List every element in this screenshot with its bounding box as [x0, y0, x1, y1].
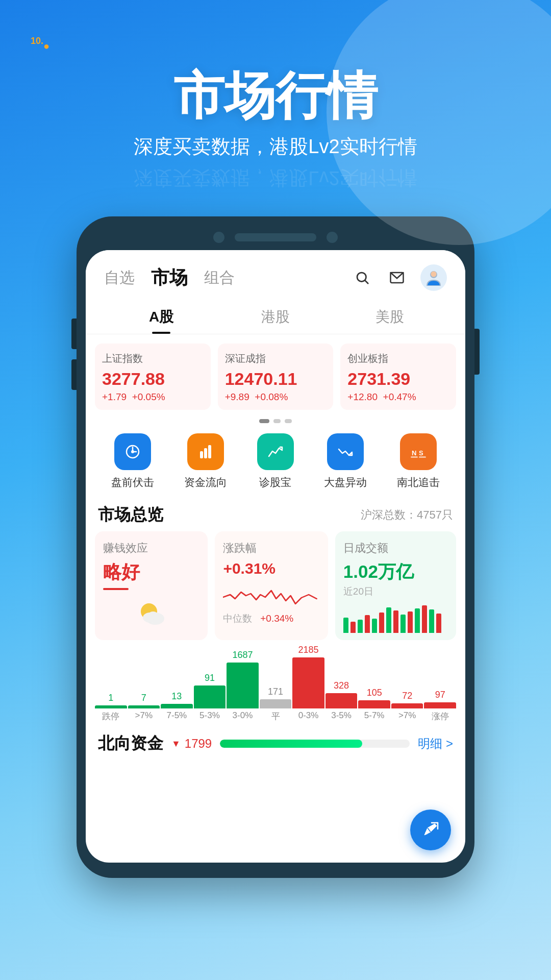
- weather-icon: [103, 597, 199, 628]
- mini-bar-1: [343, 618, 348, 633]
- mini-bar-13: [429, 609, 434, 633]
- dist-bar-body-4: [227, 663, 259, 708]
- dist-label-0: 跌停: [95, 710, 127, 722]
- daily-volume-card[interactable]: 日成交额 1.02万亿 近20日: [335, 531, 456, 640]
- dist-labels-row: 跌停>7%7-5%5-3%3-0%平0-3%3-5%5-7%>7%涨停: [95, 710, 456, 722]
- dist-bar-body-9: [391, 703, 423, 708]
- market-cards: 赚钱效应 略好: [86, 531, 465, 647]
- screen-header: 自选 市场 组合: [86, 250, 465, 299]
- feature-panqian[interactable]: 盘前伏击: [111, 433, 154, 489]
- mail-icon[interactable]: [386, 266, 408, 289]
- feature-nanbeizhuiji[interactable]: N S 南北追击: [397, 433, 440, 489]
- phone-wrap: 自选 市场 组合: [0, 216, 551, 878]
- feature-zhengubao[interactable]: 诊股宝: [257, 433, 294, 489]
- header-icons: [351, 264, 447, 291]
- rise-fall-card[interactable]: 涨跌幅 +0.31% 中位数 +0.34%: [215, 531, 328, 640]
- dot-2: [273, 419, 281, 423]
- northbound-detail-link[interactable]: 明细 >: [418, 736, 453, 752]
- panqian-label: 盘前伏击: [111, 475, 154, 489]
- northbound-row: 北向资金 ▼ 1799 明细 >: [86, 727, 465, 758]
- market-overview-subtitle: 沪深总数：4757只: [361, 507, 453, 523]
- svg-rect-8: [204, 448, 207, 458]
- dist-bar-9: 72: [391, 691, 423, 708]
- profit-effect-label: 赚钱效应: [103, 541, 199, 556]
- svg-text:N: N: [412, 449, 416, 457]
- subtab-a-shares[interactable]: A股: [104, 299, 218, 334]
- dist-bar-6: 2185: [292, 645, 324, 708]
- index-card-cybz[interactable]: 创业板指 2731.39 +12.80 +0.47%: [340, 344, 456, 410]
- dist-bar-val-7: 328: [334, 680, 349, 691]
- dist-bar-body-7: [325, 693, 358, 708]
- dist-bar-val-10: 97: [435, 690, 445, 700]
- sub-tabs: A股 港股 美股: [86, 299, 465, 334]
- dist-bar-body-0: [95, 705, 127, 708]
- dist-bar-body-3: [194, 685, 226, 708]
- northbound-value: ▼ 1799: [171, 737, 212, 751]
- shzs-label: 上证指数: [102, 352, 204, 365]
- dapan-label: 大盘异动: [324, 475, 367, 489]
- profit-effect-value: 略好: [103, 560, 199, 585]
- phone-screen: 自选 市场 组合: [86, 250, 465, 863]
- svg-point-4: [431, 272, 437, 277]
- dist-bar-val-0: 1: [108, 693, 113, 703]
- sparkline-chart: [223, 579, 319, 610]
- phone-frame: 自选 市场 组合: [77, 216, 474, 878]
- northbound-bar: [220, 740, 410, 748]
- dist-label-4: 3-0%: [227, 710, 259, 722]
- dist-bar-body-5: [260, 699, 292, 708]
- tab-portfolio[interactable]: 组合: [204, 267, 235, 288]
- dist-label-8: 5-7%: [358, 710, 390, 722]
- dist-bar-body-8: [358, 700, 390, 708]
- dist-bar-7: 328: [325, 680, 358, 708]
- profit-effect-card[interactable]: 赚钱效应 略好: [95, 531, 208, 640]
- daily-volume-sub: 近20日: [343, 585, 448, 598]
- shzs-change: +1.79 +0.05%: [102, 391, 204, 403]
- dist-bar-8: 105: [358, 688, 390, 708]
- zhengubao-label: 诊股宝: [259, 475, 291, 489]
- index-card-shzs[interactable]: 上证指数 3277.88 +1.79 +0.05%: [95, 344, 211, 410]
- dot-1: [259, 419, 269, 423]
- nanbeizhuiji-label: 南北追击: [397, 475, 440, 489]
- dist-label-9: >7%: [391, 710, 423, 722]
- feature-zijin[interactable]: 资金流向: [184, 433, 227, 489]
- svg-point-17: [148, 611, 158, 620]
- subtab-hk-shares[interactable]: 港股: [218, 299, 333, 334]
- feature-dapan[interactable]: 大盘异动: [324, 433, 367, 489]
- mini-bar-3: [358, 620, 363, 633]
- subtab-us-shares[interactable]: 美股: [333, 299, 447, 334]
- northbound-title: 北向资金: [98, 732, 163, 755]
- dist-bar-val-6: 2185: [298, 645, 319, 655]
- dist-label-2: 7-5%: [161, 710, 193, 722]
- mini-bar-5: [372, 619, 377, 633]
- dist-bar-val-2: 13: [171, 691, 182, 702]
- search-icon[interactable]: [351, 266, 373, 289]
- rise-fall-sub-label: 中位数 +0.34%: [223, 612, 319, 625]
- dist-bar-3: 91: [194, 673, 226, 708]
- tab-market[interactable]: 市场: [151, 265, 188, 290]
- zhengubao-icon: [257, 433, 294, 470]
- user-avatar[interactable]: [420, 264, 447, 291]
- dist-label-6: 0-3%: [292, 710, 324, 722]
- tab-watchlist[interactable]: 自选: [104, 267, 135, 288]
- distribution-chart: 171391168717121853281057297 跌停>7%7-5%5-3…: [86, 647, 465, 727]
- cybz-change: +12.80 +0.47%: [347, 391, 449, 403]
- fab-button[interactable]: [410, 810, 451, 850]
- dist-bar-val-5: 171: [268, 687, 283, 697]
- pagination-dots: [86, 419, 465, 423]
- svg-rect-13: [419, 456, 426, 458]
- shzs-value: 3277.88: [102, 370, 204, 388]
- rise-fall-value: +0.31%: [223, 560, 319, 577]
- banner-subtitle-mirror: 深度买卖数据，港股Lv2实时行情: [31, 165, 520, 191]
- szcz-value: 12470.11: [225, 370, 327, 388]
- dist-bar-val-1: 7: [141, 693, 146, 703]
- dist-bar-val-3: 91: [205, 673, 215, 683]
- profit-underline: [103, 588, 129, 590]
- zijin-icon: [187, 433, 224, 470]
- phone-camera-right: [327, 232, 338, 243]
- dist-bar-4: 1687: [227, 650, 259, 708]
- daily-volume-label: 日成交额: [343, 541, 448, 556]
- index-cards: 上证指数 3277.88 +1.79 +0.05% 深证成指 12470.11 …: [86, 334, 465, 416]
- nanbeizhuiji-icon: N S: [400, 433, 437, 470]
- dapan-icon: [327, 433, 364, 470]
- index-card-szcz[interactable]: 深证成指 12470.11 +9.89 +0.08%: [218, 344, 334, 410]
